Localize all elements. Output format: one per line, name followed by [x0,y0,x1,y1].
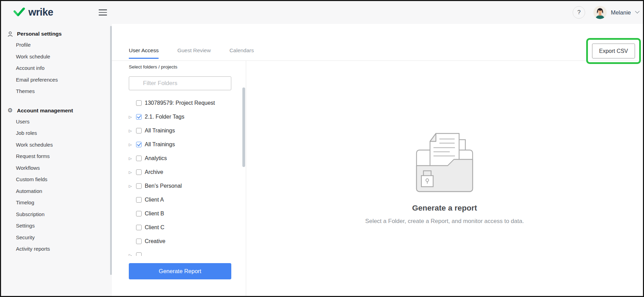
tree-item-label: Analytics [145,155,167,161]
tree-item-all-trainings[interactable]: ▷All Trainings [127,138,231,151]
sidebar-item-custom-fields[interactable]: Custom fields [1,174,112,185]
sidebar-item-subscription[interactable]: Subscription [1,208,112,220]
sidebar-item-workflows[interactable]: Workflows [1,162,112,174]
tree-item-analytics[interactable]: ▷Analytics [127,151,231,165]
sidebar-section-personal-settings[interactable]: Personal settings [1,29,112,39]
locked-folder-documents-illustration [414,131,475,194]
sidebar: Personal settingsProfileWork scheduleAcc… [1,24,112,296]
checkbox-unchecked[interactable] [136,239,142,244]
checkbox-unchecked[interactable] [136,225,142,230]
person-icon [7,31,14,37]
user-name[interactable]: Melanie [611,9,631,16]
sidebar-item-timelog[interactable]: Timelog [1,197,112,208]
avatar-woman-illustration [593,6,607,19]
checkbox-unchecked[interactable] [136,169,142,175]
sidebar-item-activity-reports[interactable]: Activity reports [1,243,112,255]
checkbox-checked[interactable] [136,142,142,147]
tab-calendars[interactable]: Calendars [230,47,254,59]
tab-guest-review[interactable]: Guest Review [177,47,211,59]
tree-item-clipped[interactable]: ▷ [127,248,231,256]
checkbox-unchecked[interactable] [136,197,142,203]
tree-item-label: All Trainings [145,128,175,134]
sidebar-item-profile[interactable]: Profile [1,39,112,51]
tree-item-label: Client A [145,197,164,203]
checkbox-unchecked[interactable] [136,183,142,189]
tab-list: User AccessGuest ReviewCalendars [129,47,272,61]
tree-item-label: Client B [145,211,164,217]
tree-item-label: Archive [145,169,163,175]
sidebar-section-account-management[interactable]: ⚙Account management [1,105,112,116]
tree-item-label: Client C [145,224,164,231]
expand-arrow-icon[interactable]: ▷ [129,129,136,133]
checkbox-unchecked[interactable] [136,156,142,161]
sidebar-item-users[interactable]: Users [1,116,112,128]
help-button[interactable]: ? [573,6,585,19]
checkbox-unchecked[interactable] [136,128,142,133]
tree-item-130789579-project-request[interactable]: 130789579: Project Request [127,96,231,110]
sidebar-item-work-schedules[interactable]: Work schedules [1,139,112,151]
sidebar-section-title: Account management [17,108,73,114]
sidebar-item-themes[interactable]: Themes [1,85,112,97]
expand-arrow-icon[interactable]: ▷ [129,170,136,175]
chevron-down-icon[interactable] [635,9,639,13]
avatar[interactable] [593,6,607,19]
top-bar: wrike ? Melanie [1,1,643,24]
expand-arrow-icon[interactable]: ▷ [129,184,136,188]
top-bar-right: ? Melanie [573,1,638,24]
tree-item-label: 130789579: Project Request [145,100,215,106]
sidebar-item-account-info[interactable]: Account info [1,62,112,74]
tree-item-client-b[interactable]: Client B [127,207,231,221]
tree-item-label: Ben's Personal [145,183,182,189]
tree-item-label: Creative [145,238,166,244]
panel-title: Select folders / projects [129,64,177,69]
filter-funnel-icon [134,81,140,86]
tree-item-creative[interactable]: Creative [127,234,231,248]
folder-select-panel: Select folders / projects 130789579: Pro… [112,61,246,296]
folder-tree-scrollbar[interactable] [242,87,245,167]
sidebar-item-settings[interactable]: Settings [1,220,112,232]
sidebar-item-security[interactable]: Security [1,232,112,243]
checkbox-unchecked[interactable] [136,211,142,216]
filter-folders-input[interactable] [143,80,231,87]
tab-user-access[interactable]: User Access [129,47,159,59]
folder-tree: 130789579: Project Request▷2.1. Folder T… [127,96,231,256]
tree-item-client-a[interactable]: Client A [127,193,231,207]
sidebar-item-request-forms[interactable]: Request forms [1,150,112,162]
checkbox-checked[interactable] [136,114,142,120]
wrike-logo[interactable]: wrike [14,7,53,18]
report-empty-state: Generate a report Select a Folder, creat… [246,61,643,296]
empty-state-title: Generate a report [412,204,477,213]
brand-name: wrike [28,7,53,18]
tree-item-2-1-folder-tags[interactable]: ▷2.1. Folder Tags [127,110,231,124]
tree-item-client-c[interactable]: Client C [127,221,231,234]
export-csv-button[interactable]: Export CSV [592,44,635,58]
tree-item-label: 2.1. Folder Tags [145,114,184,120]
main-content: User AccessGuest ReviewCalendars Export … [112,24,643,296]
tree-item-archive[interactable]: ▷Archive [127,165,231,179]
sidebar-item-automation[interactable]: Automation [1,185,112,197]
generate-report-button[interactable]: Generate Report [129,263,231,279]
sidebar-item-email-preferences[interactable]: Email preferences [1,74,112,86]
expand-arrow-icon[interactable]: ▷ [129,115,136,119]
tree-item-ben-s-personal[interactable]: ▷Ben's Personal [127,179,231,193]
app-window: wrike ? Melanie Personal settingsProfile… [0,0,644,297]
expand-arrow-icon[interactable]: ▷ [129,156,136,161]
wrike-check-icon [14,8,25,17]
tree-item-label: All Trainings [145,141,175,148]
tree-item-all-trainings[interactable]: ▷All Trainings [127,124,231,138]
checkbox-unchecked[interactable] [136,252,142,256]
annotation-highlight-box: Export CSV [586,38,641,64]
expand-arrow-icon[interactable]: ▷ [129,142,136,147]
hamburger-menu-icon[interactable] [99,9,107,16]
sidebar-section-title: Personal settings [17,31,62,37]
sidebar-item-work-schedule[interactable]: Work schedule [1,51,112,63]
gear-icon: ⚙ [7,108,14,114]
filter-folders-box [129,76,231,90]
checkbox-unchecked[interactable] [136,100,142,106]
expand-arrow-icon[interactable]: ▷ [129,253,136,256]
tab-bar: User AccessGuest ReviewCalendars Export … [112,24,643,61]
empty-state-description: Select a Folder, create a Report, and mo… [365,218,524,225]
content-body: Select folders / projects 130789579: Pro… [112,61,643,296]
sidebar-item-job-roles[interactable]: Job roles [1,127,112,139]
